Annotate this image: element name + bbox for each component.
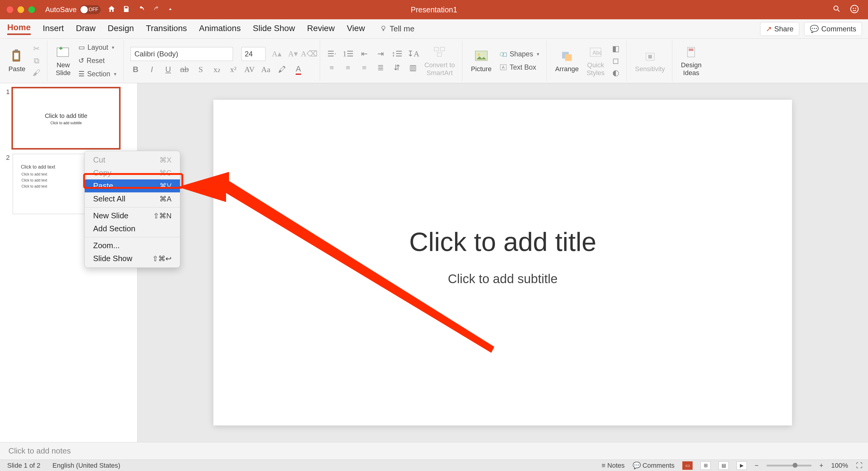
slide-canvas[interactable]: Click to add title Click to add subtitle: [213, 100, 792, 425]
language-indicator[interactable]: English (United States): [53, 462, 120, 470]
account-icon[interactable]: [850, 4, 859, 15]
slide-canvas-area[interactable]: Click to add title Click to add subtitle: [137, 83, 868, 442]
align-center-icon[interactable]: ≡: [343, 63, 353, 73]
subtitle-placeholder[interactable]: Click to add subtitle: [213, 272, 792, 286]
tab-animations[interactable]: Animations: [199, 24, 241, 34]
shadow-icon[interactable]: S: [195, 64, 206, 75]
title-bar: AutoSave OFF Presentation1: [0, 0, 868, 19]
tab-slide-show[interactable]: Slide Show: [253, 24, 295, 34]
normal-view-icon[interactable]: ▭: [682, 461, 692, 470]
home-icon[interactable]: [107, 5, 116, 14]
redo-icon[interactable]: [153, 5, 161, 14]
line-spacing-icon[interactable]: ↕☰: [392, 49, 402, 59]
format-painter-icon[interactable]: 🖌: [31, 68, 41, 78]
italic-icon[interactable]: I: [147, 64, 157, 75]
char-spacing-icon[interactable]: AV: [244, 64, 255, 75]
text-box-button[interactable]: A Text Box: [498, 62, 541, 73]
document-title: Presentation1: [411, 5, 457, 14]
new-slide-button[interactable]: + New Slide: [54, 45, 72, 77]
slide-indicator[interactable]: Slide 1 of 2: [7, 462, 40, 470]
notes-toggle[interactable]: ≡ Notes: [601, 462, 624, 470]
sensitivity-button[interactable]: Sensitivity: [633, 49, 667, 73]
reading-view-icon[interactable]: ▤: [718, 461, 729, 470]
strikethrough-icon[interactable]: ab: [179, 64, 190, 75]
shape-outline-icon[interactable]: ◻: [611, 56, 621, 66]
thumbnail-item[interactable]: 1 Click to add title Click to add subtit…: [6, 88, 131, 148]
ctx-slide-show[interactable]: Slide Show⇧⌘↩: [85, 252, 180, 265]
justify-icon[interactable]: ≣: [375, 63, 386, 73]
tab-home[interactable]: Home: [7, 23, 31, 35]
qat-customize-icon[interactable]: [167, 6, 173, 13]
zoom-percent[interactable]: 100%: [831, 462, 848, 470]
tab-view[interactable]: View: [347, 24, 365, 34]
decrease-indent-icon[interactable]: ⇤: [359, 49, 370, 59]
arrange-button[interactable]: Arrange: [553, 49, 581, 73]
search-icon[interactable]: [832, 4, 841, 15]
design-ideas-button[interactable]: Design Ideas: [679, 45, 703, 77]
notes-pane[interactable]: Click to add notes: [0, 442, 868, 460]
close-window-icon[interactable]: [7, 6, 13, 13]
shapes-button[interactable]: Shapes: [498, 49, 541, 60]
increase-font-icon[interactable]: A▴: [272, 49, 282, 59]
align-text-icon[interactable]: ⇵: [392, 63, 402, 73]
ctx-new-slide[interactable]: New Slide⇧⌘N: [85, 209, 180, 222]
zoom-slider[interactable]: [767, 465, 812, 467]
tab-review[interactable]: Review: [307, 24, 335, 34]
change-case-icon[interactable]: Aa: [261, 64, 271, 75]
quick-styles-button[interactable]: Abc Quick Styles: [585, 45, 607, 77]
zoom-in-icon[interactable]: +: [819, 462, 824, 470]
fit-to-window-icon[interactable]: ⛶: [856, 462, 863, 470]
reset-button[interactable]: ↺Reset: [76, 55, 118, 67]
tell-me-search[interactable]: Tell me: [379, 24, 414, 33]
underline-icon[interactable]: U: [163, 64, 173, 75]
ctx-zoom[interactable]: Zoom...: [85, 239, 180, 252]
convert-smartart-button[interactable]: Convert to SmartArt: [423, 45, 457, 77]
tab-draw[interactable]: Draw: [76, 24, 96, 34]
decrease-font-icon[interactable]: A▾: [288, 49, 298, 59]
thumbnail-slide-1[interactable]: Click to add title Click to add subtitle: [13, 88, 119, 148]
numbering-icon[interactable]: 1☰: [343, 49, 353, 59]
title-placeholder[interactable]: Click to add title: [213, 227, 792, 257]
tab-transitions[interactable]: Transitions: [146, 24, 187, 34]
shape-effects-icon[interactable]: ◐: [611, 68, 621, 78]
sorter-view-icon[interactable]: ⊞: [701, 461, 711, 470]
bold-icon[interactable]: B: [130, 64, 141, 75]
slideshow-view-icon[interactable]: ▶: [737, 461, 747, 470]
minimize-window-icon[interactable]: [18, 6, 24, 13]
copy-icon[interactable]: ⧉: [31, 56, 41, 66]
zoom-out-icon[interactable]: −: [755, 462, 758, 470]
columns-icon[interactable]: ▥: [408, 63, 418, 73]
comments-button[interactable]: 💬Comments: [804, 22, 862, 36]
layout-button[interactable]: ▭Layout: [76, 42, 118, 53]
align-left-icon[interactable]: ≡: [327, 63, 337, 73]
font-name-select[interactable]: [130, 47, 233, 61]
clear-format-icon[interactable]: A⌫: [304, 49, 314, 59]
ctx-paste[interactable]: Paste⌘V: [85, 179, 180, 193]
superscript-icon[interactable]: x²: [228, 64, 239, 75]
autosave-toggle[interactable]: AutoSave OFF: [45, 5, 101, 14]
ctx-select-all[interactable]: Select All⌘A: [85, 193, 180, 205]
increase-indent-icon[interactable]: ⇥: [375, 49, 386, 59]
picture-button[interactable]: Picture: [469, 49, 493, 73]
tab-design[interactable]: Design: [107, 24, 134, 34]
undo-icon[interactable]: [137, 5, 146, 14]
cut-icon[interactable]: ✂: [31, 44, 41, 54]
align-right-icon[interactable]: ≡: [359, 63, 370, 73]
subscript-icon[interactable]: x₂: [212, 64, 222, 75]
highlight-icon[interactable]: 🖍: [277, 64, 287, 75]
ctx-add-section[interactable]: Add Section: [85, 222, 180, 235]
shape-fill-icon[interactable]: ◧: [611, 44, 621, 54]
tab-insert[interactable]: Insert: [43, 24, 64, 34]
font-size-select[interactable]: [241, 47, 266, 61]
comments-toggle[interactable]: 💬 Comments: [632, 462, 675, 470]
share-button[interactable]: ↗Share: [760, 22, 799, 36]
paste-button[interactable]: Paste: [7, 49, 27, 73]
autosave-switch[interactable]: OFF: [80, 5, 101, 14]
bullets-icon[interactable]: ☰·: [327, 49, 337, 59]
font-color-icon[interactable]: A: [293, 64, 304, 75]
maximize-window-icon[interactable]: [28, 6, 35, 13]
text-direction-icon[interactable]: ↧A: [408, 49, 418, 59]
save-icon[interactable]: [122, 5, 130, 14]
section-button[interactable]: ☰Section: [76, 68, 118, 80]
font-group: A▴ A▾ A⌫ B I U ab S x₂ x² AV Aa 🖍 A: [129, 40, 320, 81]
